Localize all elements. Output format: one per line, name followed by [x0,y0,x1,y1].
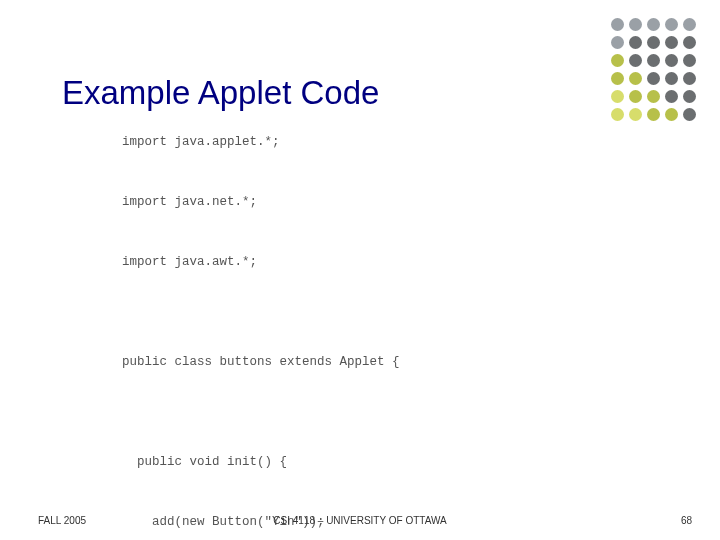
dot-icon [683,90,696,103]
dot-icon [611,90,624,103]
decorative-dot-grid [611,18,696,126]
dot-row [611,72,696,85]
footer-page-number: 68 [681,515,692,526]
dot-icon [629,90,642,103]
code-line: import java.net.*; [122,192,542,212]
dot-row [611,108,696,121]
dot-icon [647,90,660,103]
dot-icon [683,108,696,121]
footer-center: CSI 4118 – UNIVERSITY OF OTTAWA [0,515,720,526]
dot-icon [611,54,624,67]
dot-icon [647,18,660,31]
code-block: import java.applet.*; import java.net.*;… [122,92,542,540]
dot-icon [611,108,624,121]
dot-row [611,90,696,103]
code-line: import java.awt.*; [122,252,542,272]
dot-icon [611,72,624,85]
dot-icon [683,54,696,67]
dot-icon [629,72,642,85]
dot-icon [683,36,696,49]
dot-icon [611,36,624,49]
dot-row [611,36,696,49]
dot-icon [611,18,624,31]
dot-icon [665,108,678,121]
dot-icon [629,18,642,31]
dot-row [611,54,696,67]
footer: FALL 2005 CSI 4118 – UNIVERSITY OF OTTAW… [0,510,720,526]
dot-icon [629,54,642,67]
dot-icon [665,18,678,31]
dot-icon [629,36,642,49]
dot-icon [629,108,642,121]
dot-row [611,18,696,31]
slide: Example Applet Code [0,0,720,540]
dot-icon [647,36,660,49]
dot-icon [683,72,696,85]
dot-icon [683,18,696,31]
code-line: public class buttons extends Applet { [122,352,542,372]
dot-icon [647,54,660,67]
dot-icon [647,108,660,121]
code-line: import java.applet.*; [122,132,542,152]
code-line: public void init() { [122,452,542,472]
dot-icon [647,72,660,85]
dot-icon [665,54,678,67]
dot-icon [665,36,678,49]
dot-icon [665,72,678,85]
dot-icon [665,90,678,103]
